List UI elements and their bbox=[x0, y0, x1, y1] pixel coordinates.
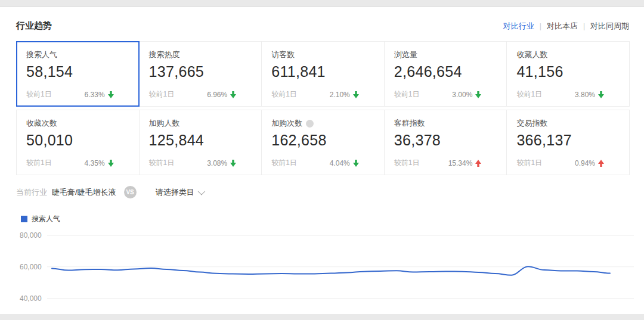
legend-label: 搜索人气 bbox=[32, 214, 60, 224]
svg-text:40,000: 40,000 bbox=[20, 294, 42, 303]
compare-link-period[interactable]: 对比同周期 bbox=[590, 21, 629, 32]
metric-footer: 较前1日 6.33% bbox=[26, 89, 129, 100]
metric-footer: 较前1日 4.35% bbox=[26, 158, 129, 168]
svg-text:60,000: 60,000 bbox=[20, 263, 42, 271]
metric-card[interactable]: 搜索热度 137,665 较前1日 6.96% bbox=[139, 41, 262, 107]
metric-card[interactable]: 客群指数 36,378 较前1日 15.34% bbox=[384, 110, 507, 175]
trend: 4.35% bbox=[85, 159, 114, 167]
trend-percent: 6.96% bbox=[207, 91, 227, 99]
metric-value: 2,646,654 bbox=[394, 63, 497, 80]
separator: | bbox=[540, 22, 541, 30]
trend-percent: 3.00% bbox=[452, 91, 472, 99]
chart-legend-item[interactable]: 搜索人气 bbox=[21, 214, 629, 224]
metric-card[interactable]: 浏览量 2,646,654 较前1日 3.00% bbox=[384, 41, 507, 107]
metric-label: 收藏次数 bbox=[26, 118, 57, 129]
metric-footer: 较前1日 6.96% bbox=[149, 89, 252, 100]
trend: 15.34% bbox=[448, 159, 482, 167]
metric-footer: 较前1日 0.94% bbox=[516, 158, 620, 168]
metric-footer: 较前1日 3.00% bbox=[394, 89, 497, 100]
trend-chart-area[interactable]: 80,00060,00040,000 bbox=[16, 226, 629, 318]
trend-arrow-icon bbox=[230, 160, 236, 167]
metric-footer: 较前1日 4.04% bbox=[271, 158, 374, 168]
metric-card[interactable]: 加购人数 125,844 较前1日 3.08% bbox=[139, 110, 262, 175]
trend-percent: 15.34% bbox=[448, 159, 473, 167]
compare-link-industry[interactable]: 对比行业 bbox=[503, 21, 534, 32]
metric-label-row: 搜索人气 bbox=[26, 49, 129, 60]
metric-label: 收藏人数 bbox=[516, 49, 547, 60]
trend-arrow-icon bbox=[598, 160, 604, 167]
trend: 6.96% bbox=[207, 91, 236, 99]
trend-chart-svg: 80,00060,00040,000 bbox=[16, 226, 636, 316]
trend: 0.94% bbox=[575, 159, 604, 167]
compare-mode-switcher: 对比行业 | 对比本店 | 对比同周期 bbox=[503, 21, 629, 32]
metric-value: 125,844 bbox=[149, 132, 252, 149]
metric-card[interactable]: 收藏次数 50,010 较前1日 4.35% bbox=[16, 110, 140, 175]
metric-label-row: 加购次数 bbox=[271, 118, 374, 129]
metric-label: 加购人数 bbox=[149, 118, 180, 129]
metric-label-row: 收藏次数 bbox=[26, 118, 129, 129]
metric-label-row: 搜索热度 bbox=[149, 49, 252, 60]
compare-label: 较前1日 bbox=[516, 89, 542, 100]
trend-arrow-icon bbox=[353, 91, 359, 98]
metric-value: 41,156 bbox=[516, 63, 620, 80]
metric-card[interactable]: 加购次数 162,658 较前1日 4.04% bbox=[261, 110, 385, 175]
trend-arrow-icon bbox=[475, 91, 481, 98]
metric-value: 366,137 bbox=[516, 132, 620, 149]
trend-percent: 4.35% bbox=[85, 159, 105, 167]
info-icon[interactable] bbox=[306, 120, 314, 128]
trend-chart-block: 搜索人气 80,00060,00040,000 bbox=[16, 214, 629, 318]
trend: 2.10% bbox=[330, 91, 359, 99]
metric-label-row: 客群指数 bbox=[394, 118, 497, 129]
metric-value: 611,841 bbox=[271, 63, 374, 80]
current-industry-label: 当前行业 bbox=[16, 187, 47, 198]
metric-card[interactable]: 访客数 611,841 较前1日 2.10% bbox=[261, 41, 385, 107]
trend: 3.00% bbox=[452, 91, 481, 99]
trend-arrow-icon bbox=[108, 160, 114, 167]
current-industry-value: 睫毛膏/睫毛增长液 bbox=[52, 187, 116, 198]
metric-label-row: 交易指数 bbox=[516, 118, 620, 129]
page-bottom-strip bbox=[0, 314, 644, 320]
compare-label: 较前1日 bbox=[516, 158, 542, 168]
category-select-label: 请选择类目 bbox=[156, 187, 194, 198]
metric-cards: 搜索人气 58,154 较前1日 6.33% 搜索热度 137,665 bbox=[16, 41, 629, 175]
trend: 3.80% bbox=[575, 91, 604, 99]
metric-value: 50,010 bbox=[26, 132, 129, 149]
metric-footer: 较前1日 2.10% bbox=[271, 89, 374, 100]
metric-value: 58,154 bbox=[26, 63, 129, 80]
category-select-dropdown[interactable]: 请选择类目 bbox=[156, 187, 203, 198]
trend: 3.08% bbox=[207, 159, 236, 167]
metric-label: 加购次数 bbox=[271, 118, 302, 129]
trend-percent: 4.04% bbox=[330, 159, 350, 167]
metric-card[interactable]: 交易指数 366,137 较前1日 0.94% bbox=[506, 110, 630, 175]
panel-header: 行业趋势 对比行业 | 对比本店 | 对比同周期 bbox=[16, 20, 629, 32]
metric-label: 搜索热度 bbox=[149, 49, 180, 60]
metric-label-row: 收藏人数 bbox=[516, 49, 620, 60]
svg-text:80,000: 80,000 bbox=[20, 231, 42, 240]
metric-footer: 较前1日 3.08% bbox=[149, 158, 252, 168]
page-title: 行业趋势 bbox=[16, 20, 52, 32]
trend-percent: 3.08% bbox=[207, 159, 227, 167]
trend-arrow-icon bbox=[108, 91, 114, 98]
compare-link-shop[interactable]: 对比本店 bbox=[547, 21, 578, 32]
compare-label: 较前1日 bbox=[394, 158, 420, 168]
trend-percent: 2.10% bbox=[330, 91, 350, 99]
compare-label: 较前1日 bbox=[271, 158, 297, 168]
metric-label: 交易指数 bbox=[516, 118, 547, 129]
legend-swatch-icon bbox=[21, 216, 27, 222]
metric-label: 客群指数 bbox=[394, 118, 425, 129]
compare-label: 较前1日 bbox=[26, 89, 52, 100]
trend-percent: 6.33% bbox=[85, 91, 105, 99]
trend: 4.04% bbox=[330, 159, 359, 167]
trend-arrow-icon bbox=[475, 160, 481, 167]
metric-label: 访客数 bbox=[271, 49, 295, 60]
metric-card[interactable]: 搜索人气 58,154 较前1日 6.33% bbox=[16, 41, 140, 107]
metric-card[interactable]: 收藏人数 41,156 较前1日 3.80% bbox=[506, 41, 630, 107]
metric-footer: 较前1日 3.80% bbox=[516, 89, 620, 100]
compare-label: 较前1日 bbox=[26, 158, 52, 168]
trend: 6.33% bbox=[85, 91, 114, 99]
compare-label: 较前1日 bbox=[149, 89, 175, 100]
industry-trend-panel: 行业趋势 对比行业 | 对比本店 | 对比同周期 搜索人气 58,154 较前1… bbox=[0, 20, 644, 318]
trend-arrow-icon bbox=[230, 91, 236, 98]
metric-label-row: 访客数 bbox=[271, 49, 374, 60]
metric-footer: 较前1日 15.34% bbox=[394, 158, 497, 168]
